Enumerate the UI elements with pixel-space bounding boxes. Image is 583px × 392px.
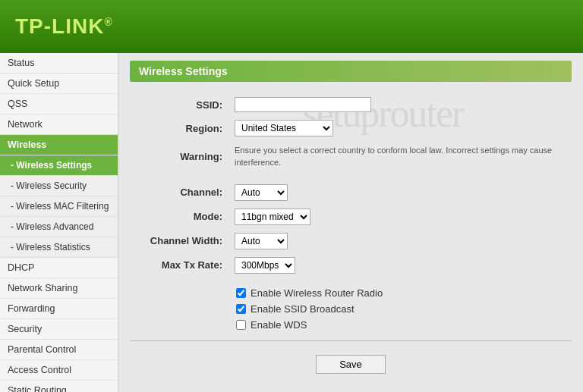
channel-width-label: Channel Width: <box>130 229 228 253</box>
channel-width-select[interactable]: Auto 20MHz 40MHz <box>235 233 288 249</box>
logo-text: TP-LINK <box>15 14 104 38</box>
channel-width-value-cell: Auto 20MHz 40MHz <box>228 229 572 253</box>
sidebar-item-wireless-security[interactable]: - Wireless Security <box>0 176 118 196</box>
warning-row: Warning: Ensure you select a correct cou… <box>130 140 572 173</box>
sidebar-item-wireless-settings[interactable]: - Wireless Settings <box>0 155 118 176</box>
sidebar-item-status[interactable]: Status <box>0 53 118 74</box>
ssid-row: SSID: <box>130 93 572 116</box>
checkbox-row-3: Enable WDS <box>236 317 572 333</box>
sidebar-item-wireless-mac[interactable]: - Wireless MAC Filtering <box>0 196 118 217</box>
sidebar-item-access-control[interactable]: Access Control <box>0 360 118 381</box>
ssid-label: SSID: <box>130 93 228 116</box>
warning-text: Ensure you select a correct country to c… <box>235 146 552 167</box>
divider <box>130 340 572 341</box>
channel-select[interactable]: Auto 123 456 789 1011 <box>235 184 288 201</box>
max-tx-row: Max Tx Rate: 300Mbps 150Mbps 54Mbps <box>130 253 572 278</box>
section-title: Wireless Settings <box>139 65 228 77</box>
sidebar-item-wireless[interactable]: Wireless <box>0 135 118 155</box>
save-button[interactable]: Save <box>316 355 386 374</box>
sidebar-item-security[interactable]: Security <box>0 319 118 340</box>
enable-wds-checkbox[interactable] <box>236 320 246 330</box>
ssid-value-cell <box>228 93 572 116</box>
enable-wireless-radio-label: Enable Wireless Router Radio <box>251 287 383 299</box>
channel-label: Channel: <box>130 180 228 205</box>
settings-form: SSID: Region: United States Europe Asia … <box>130 93 572 278</box>
mode-select[interactable]: 11bgn mixed 11bg mixed 11b only 11g only… <box>235 209 310 225</box>
region-label: Region: <box>130 116 228 140</box>
sidebar-item-qss[interactable]: QSS <box>0 94 118 114</box>
channel-row: Channel: Auto 123 456 789 1011 <box>130 180 572 205</box>
checkbox-row-2: Enable SSID Broadcast <box>236 301 572 317</box>
sidebar-item-dhcp[interactable]: DHCP <box>0 258 118 278</box>
section-header: Wireless Settings <box>130 61 572 82</box>
enable-wds-label: Enable WDS <box>251 319 307 331</box>
enable-ssid-broadcast-checkbox[interactable] <box>236 304 246 314</box>
sidebar: StatusQuick SetupQSSNetworkWireless- Wir… <box>0 53 118 392</box>
sidebar-item-network[interactable]: Network <box>0 114 118 135</box>
sidebar-item-forwarding[interactable]: Forwarding <box>0 299 118 319</box>
mode-label: Mode: <box>130 205 228 229</box>
enable-wireless-radio-checkbox[interactable] <box>236 288 246 298</box>
logo: TP-LINK® <box>15 14 113 39</box>
max-tx-label: Max Tx Rate: <box>130 253 228 278</box>
region-value-cell: United States Europe Asia Australia Japa… <box>228 116 572 140</box>
sidebar-item-wireless-advanced[interactable]: - Wireless Advanced <box>0 217 118 237</box>
layout: StatusQuick SetupQSSNetworkWireless- Wir… <box>0 53 583 392</box>
enable-ssid-broadcast-label: Enable SSID Broadcast <box>251 303 355 315</box>
channel-value-cell: Auto 123 456 789 1011 <box>228 180 572 205</box>
max-tx-select[interactable]: 300Mbps 150Mbps 54Mbps <box>235 257 295 274</box>
header: TP-LINK® <box>0 0 583 53</box>
ssid-input[interactable] <box>235 97 371 112</box>
spacer-row <box>130 173 572 180</box>
checkboxes-section: Enable Wireless Router Radio Enable SSID… <box>236 285 572 333</box>
region-select[interactable]: United States Europe Asia Australia Japa… <box>235 120 333 136</box>
sidebar-item-static-routing[interactable]: Static Routing <box>0 381 118 392</box>
mode-row: Mode: 11bgn mixed 11bg mixed 11b only 11… <box>130 205 572 229</box>
save-row: Save <box>130 349 572 380</box>
warning-text-cell: Ensure you select a correct country to c… <box>228 140 572 173</box>
channel-width-row: Channel Width: Auto 20MHz 40MHz <box>130 229 572 253</box>
logo-mark: ® <box>104 16 112 28</box>
sidebar-item-network-sharing[interactable]: Network Sharing <box>0 278 118 299</box>
sidebar-item-parental-control[interactable]: Parental Control <box>0 340 118 360</box>
mode-value-cell: 11bgn mixed 11bg mixed 11b only 11g only… <box>228 205 572 229</box>
sidebar-item-wireless-stats[interactable]: - Wireless Statistics <box>0 237 118 258</box>
main-content: setuprouter Wireless Settings SSID: Regi… <box>118 53 583 392</box>
max-tx-value-cell: 300Mbps 150Mbps 54Mbps <box>228 253 572 278</box>
region-row: Region: United States Europe Asia Austra… <box>130 116 572 140</box>
warning-label: Warning: <box>130 140 228 173</box>
checkbox-row-1: Enable Wireless Router Radio <box>236 285 572 301</box>
sidebar-item-quick-setup[interactable]: Quick Setup <box>0 74 118 94</box>
